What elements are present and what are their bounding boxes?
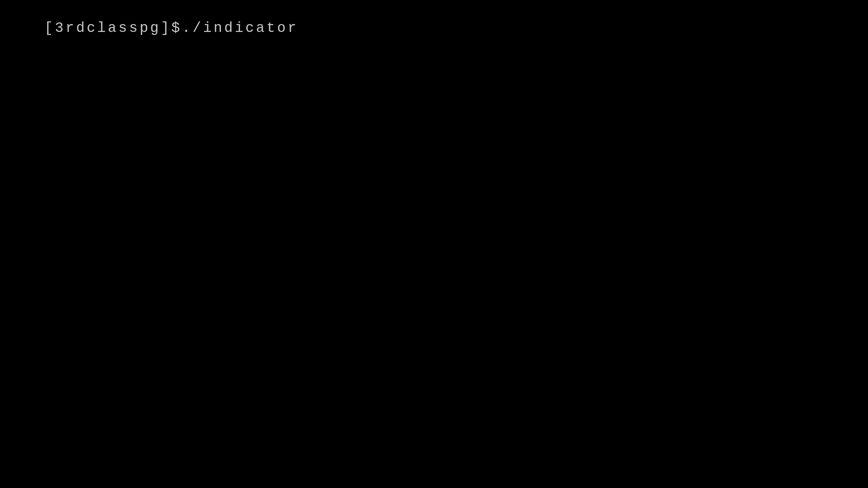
entered-command: ./indicator	[182, 20, 298, 36]
terminal-command-line: [3rdclasspg]$./indicator	[2, 3, 866, 54]
terminal-window[interactable]: [3rdclasspg]$./indicator	[0, 0, 868, 488]
shell-prompt: [3rdclasspg]$	[44, 20, 182, 36]
